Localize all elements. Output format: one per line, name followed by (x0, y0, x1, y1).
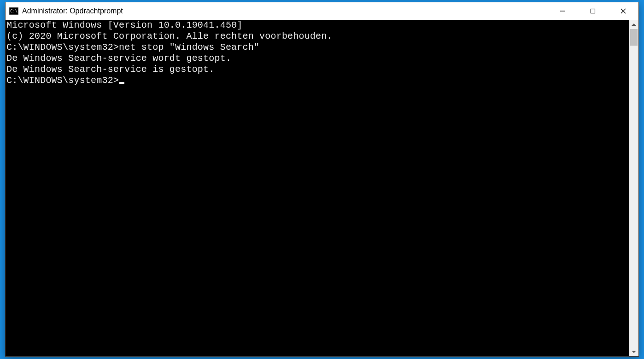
terminal-line: De Windows Search-service wordt gestopt. (6, 53, 628, 64)
scroll-track[interactable] (629, 29, 638, 347)
maximize-icon (590, 8, 596, 14)
command-prompt-window: C:\ Administrator: Opdrachtprompt Micros… (5, 2, 639, 357)
desktop-background: C:\ Administrator: Opdrachtprompt Micros… (0, 0, 644, 359)
minimize-button[interactable] (547, 2, 578, 20)
window-controls (547, 2, 638, 20)
terminal-prompt: C:\WINDOWS\system32> (6, 75, 119, 86)
terminal-prompt-line: C:\WINDOWS\system32> (6, 75, 628, 86)
scroll-thumb[interactable] (630, 29, 638, 46)
chevron-down-icon (632, 351, 636, 353)
titlebar[interactable]: C:\ Administrator: Opdrachtprompt (6, 2, 638, 20)
window-title: Administrator: Opdrachtprompt (22, 7, 547, 15)
close-icon (621, 8, 626, 14)
terminal-line: Microsoft Windows [Version 10.0.19041.45… (6, 20, 628, 31)
terminal-output[interactable]: Microsoft Windows [Version 10.0.19041.45… (6, 20, 629, 356)
close-button[interactable] (608, 2, 638, 20)
terminal-line: (c) 2020 Microsoft Corporation. Alle rec… (6, 31, 628, 42)
scroll-up-button[interactable] (629, 20, 638, 29)
svg-rect-4 (591, 9, 595, 13)
cmd-icon: C:\ (9, 7, 18, 15)
client-area: Microsoft Windows [Version 10.0.19041.45… (6, 20, 638, 356)
cursor (119, 82, 124, 84)
terminal-line: C:\WINDOWS\system32>net stop "Windows Se… (6, 42, 628, 53)
svg-text:C:\: C:\ (10, 9, 18, 13)
maximize-button[interactable] (578, 2, 608, 20)
terminal-line: De Windows Search-service is gestopt. (6, 64, 628, 75)
scroll-down-button[interactable] (629, 347, 638, 356)
vertical-scrollbar[interactable] (629, 20, 638, 356)
chevron-up-icon (632, 24, 636, 26)
minimize-icon (560, 8, 565, 14)
